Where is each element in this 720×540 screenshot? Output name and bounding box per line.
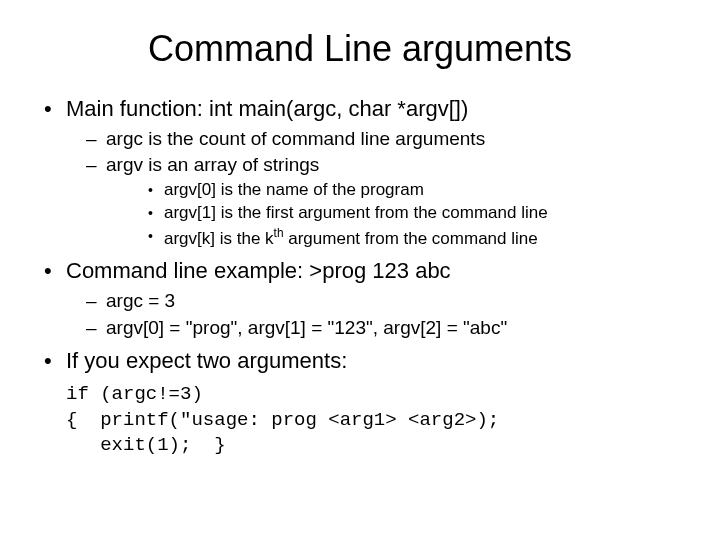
- list-item: If you expect two arguments:: [40, 346, 680, 376]
- slide-title: Command Line arguments: [40, 28, 680, 70]
- list-item: argv is an array of strings argv[0] is t…: [66, 152, 680, 250]
- code-snippet: if (argc!=3) { printf("usage: prog <arg1…: [40, 382, 680, 459]
- bullet-text: argv is an array of strings: [106, 154, 319, 175]
- list-item: argv[0] is the name of the program: [106, 179, 680, 202]
- list-item: argv[1] is the first argument from the c…: [106, 202, 680, 225]
- list-item: argc = 3: [66, 288, 680, 314]
- list-item: Main function: int main(argc, char *argv…: [40, 94, 680, 250]
- list-item: Command line example: >prog 123 abc argc…: [40, 256, 680, 340]
- list-item: argv[0] = "prog", argv[1] = "123", argv[…: [66, 315, 680, 341]
- bullet-text: Main function: int main(argc, char *argv…: [66, 96, 468, 121]
- bullet-text: Command line example: >prog 123 abc: [66, 258, 451, 283]
- list-item: argc is the count of command line argume…: [66, 126, 680, 152]
- list-item: argv[k] is the kth argument from the com…: [106, 225, 680, 251]
- bullet-list: Main function: int main(argc, char *argv…: [40, 94, 680, 376]
